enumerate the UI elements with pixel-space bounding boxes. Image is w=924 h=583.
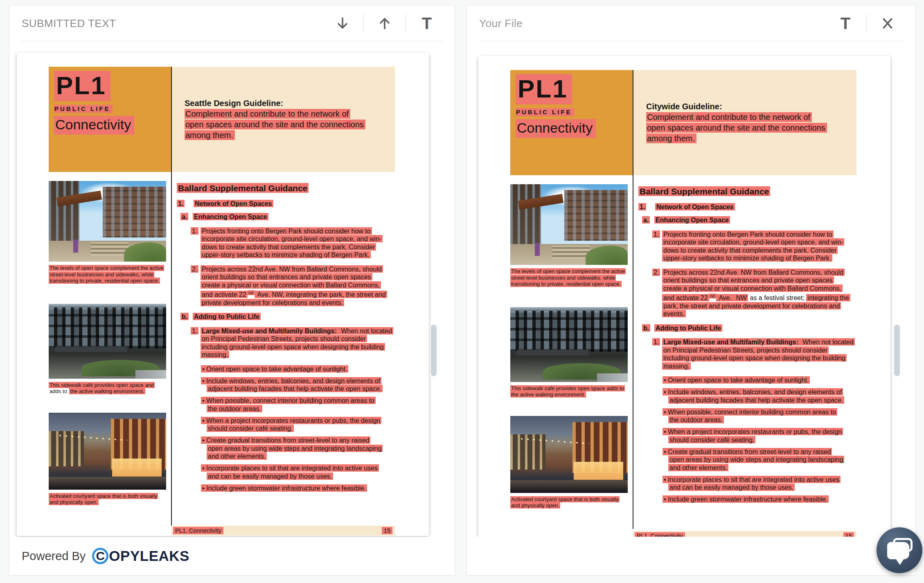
your-file-panel: Your File T PL1 PUBLIC LIFE Connectivity… xyxy=(467,5,916,576)
panel-header: Your File T xyxy=(467,5,915,41)
doc-row: 1.Network of Open Spaces xyxy=(638,203,862,211)
photo-evening-courtyard-placeholder xyxy=(49,413,166,490)
figure-caption: Activated courtyard space that is both v… xyxy=(510,496,628,509)
doc-row: b.Adding to Public Life xyxy=(180,313,400,321)
document-body: The levels of open space complement the … xyxy=(510,184,890,509)
figure-caption: This sidewalk café provides open space a… xyxy=(49,382,166,395)
doc-bullet: • Create gradual transitions from street… xyxy=(663,447,862,472)
doc-item: 1.Projects fronting onto Bergen Park sho… xyxy=(177,227,400,259)
figure: This sidewalk café provides open space a… xyxy=(49,304,166,395)
photo-courtyard-stairs-placeholder xyxy=(49,181,166,262)
photo-sidewalk-cafe-placeholder xyxy=(510,307,628,382)
doc-item: 1.Large Mixed-use and Multifamily Buildi… xyxy=(638,338,862,370)
page-footer: PL1. Connectivity 15 xyxy=(171,526,395,536)
page-footer: PL1. Connectivity 15 xyxy=(633,531,856,537)
footer-label: PL1. Connectivity xyxy=(173,527,223,534)
figure-caption: Activated courtyard space that is both v… xyxy=(49,493,166,506)
doc-row: a.Enhancing Open Space xyxy=(180,213,400,221)
document-viewport: PL1 PUBLIC LIFE Connectivity Seattle Des… xyxy=(9,41,455,537)
figure: Activated courtyard space that is both v… xyxy=(49,413,166,506)
doc-bullet: • Include windows, entries, balconies, a… xyxy=(201,377,400,393)
doc-heading: Ballard Supplemental Guidance xyxy=(638,186,862,196)
column-divider-line xyxy=(633,70,633,529)
logo-name: Connectivity xyxy=(54,116,134,135)
document-page: PL1 PUBLIC LIFE Connectivity Seattle Des… xyxy=(17,53,429,536)
arrow-down-icon[interactable] xyxy=(334,14,351,33)
pl1-logo-block: PL1 PUBLIC LIFE Connectivity xyxy=(49,67,171,172)
doc-heading: Ballard Supplemental Guidance xyxy=(177,183,400,193)
doc-bullet: • Incorporate places to sit that are int… xyxy=(663,475,862,491)
guideline-line: among them. xyxy=(646,133,856,144)
doc-row: 1.Network of Open Spaces xyxy=(177,199,400,208)
document-page: PL1 PUBLIC LIFE Connectivity Citywide Gu… xyxy=(478,56,890,537)
panel-toolbar: T xyxy=(334,14,435,33)
guideline-line: among them. xyxy=(185,130,395,140)
doc-bullet: • Include windows, entries, balconies, a… xyxy=(663,388,862,404)
document-header: PL1 PUBLIC LIFE Connectivity Citywide Gu… xyxy=(510,70,890,175)
toolbar-divider xyxy=(866,14,867,33)
logo-category: PUBLIC LIFE xyxy=(54,105,113,113)
figure-column: The levels of open space complement the … xyxy=(510,184,628,509)
doc-bullet: • Orient open space to take advantage of… xyxy=(201,365,400,373)
text-options-icon[interactable]: T xyxy=(419,14,435,33)
document-header: PL1 PUBLIC LIFE Connectivity Seattle Des… xyxy=(49,67,429,172)
doc-bullet: • When a project incorporates restaurant… xyxy=(663,428,862,444)
pl1-logo-block: PL1 PUBLIC LIFE Connectivity xyxy=(510,70,633,175)
panel-header: SUBMITTED TEXT T xyxy=(9,5,455,41)
arrow-up-icon[interactable] xyxy=(376,14,393,33)
doc-bullet: • Orient open space to take advantage of… xyxy=(663,376,862,384)
footer-page-number: 15 xyxy=(382,527,392,534)
figure-caption: This sidewalk café provides open space a… xyxy=(510,385,628,398)
guideline-line: Complement and contribute to the network… xyxy=(185,108,395,119)
doc-bullet: • Incorporate places to sit that are int… xyxy=(201,464,400,480)
guidance-text-column: Ballard Supplemental Guidance1.Network o… xyxy=(638,184,862,509)
guideline-box: Citywide Guideline: Complement and contr… xyxy=(633,70,856,175)
doc-bullet: • When a project incorporates restaurant… xyxy=(201,416,400,432)
figure-caption: The levels of open space complement the … xyxy=(510,268,628,287)
figure-column: The levels of open space complement the … xyxy=(49,181,166,506)
guideline-line: open spaces around the site and the conn… xyxy=(646,122,856,133)
copyleaks-ring-icon: C xyxy=(92,548,108,564)
submitted-text-panel: SUBMITTED TEXT T PL1 PUBLIC LIFE Connect… xyxy=(9,5,455,576)
powered-by-bar: Powered By C OPYLEAKS xyxy=(9,537,455,575)
footer-label: PL1. Connectivity xyxy=(635,532,685,537)
doc-bullet: • Include green stormwater infrastructur… xyxy=(201,484,400,492)
figure: This sidewalk café provides open space a… xyxy=(510,307,628,398)
figure: The levels of open space complement the … xyxy=(510,184,628,287)
doc-row: b.Adding to Public Life xyxy=(642,324,862,332)
scrollbar-thumb[interactable] xyxy=(431,325,437,376)
panel-title: SUBMITTED TEXT xyxy=(22,17,116,30)
guideline-title: Citywide Guideline: xyxy=(646,101,856,112)
doc-bullet: • When possible, connect interior buildi… xyxy=(201,397,400,413)
doc-bullet: • Create gradual transitions from street… xyxy=(201,436,400,461)
close-icon[interactable] xyxy=(879,14,896,33)
powered-by-label: Powered By xyxy=(22,549,86,563)
document-body: The levels of open space complement the … xyxy=(49,181,429,506)
column-divider-line xyxy=(171,67,172,526)
guidance-text-column: Ballard Supplemental Guidance1.Network o… xyxy=(177,181,400,506)
logo-name: Connectivity xyxy=(516,119,596,138)
photo-sidewalk-cafe-placeholder xyxy=(49,304,166,379)
photo-evening-courtyard-placeholder xyxy=(510,416,628,493)
panel-toolbar: T xyxy=(837,14,896,33)
scrollbar-thumb[interactable] xyxy=(894,325,900,376)
doc-item: 1.Large Mixed-use and Multifamily Buildi… xyxy=(177,327,400,359)
copyleaks-logo[interactable]: C OPYLEAKS xyxy=(92,548,189,564)
figure-caption: The levels of open space complement the … xyxy=(49,265,166,284)
chat-launcher-button[interactable] xyxy=(877,527,922,573)
text-options-icon[interactable]: T xyxy=(837,14,854,33)
document-viewport: PL1 PUBLIC LIFE Connectivity Citywide Gu… xyxy=(467,41,915,537)
logo-code: PL1 xyxy=(516,74,572,104)
figure: The levels of open space complement the … xyxy=(49,181,166,284)
guideline-box: Seattle Design Guideline: Complement and… xyxy=(171,67,395,172)
doc-item: 1.Projects fronting onto Bergen Park sho… xyxy=(638,230,862,262)
guideline-line: open spaces around the site and the conn… xyxy=(185,119,395,130)
guideline-line: Complement and contribute to the network… xyxy=(646,112,856,122)
logo-category: PUBLIC LIFE xyxy=(516,108,574,116)
logo-code: PL1 xyxy=(54,71,110,101)
doc-item: 2.Projects across 22nd Ave. NW from Ball… xyxy=(177,265,400,307)
panel-title: Your File xyxy=(479,17,523,30)
footer-page-number: 15 xyxy=(843,532,854,537)
guideline-title: Seattle Design Guideline: xyxy=(185,98,395,108)
photo-courtyard-stairs-placeholder xyxy=(510,184,628,265)
